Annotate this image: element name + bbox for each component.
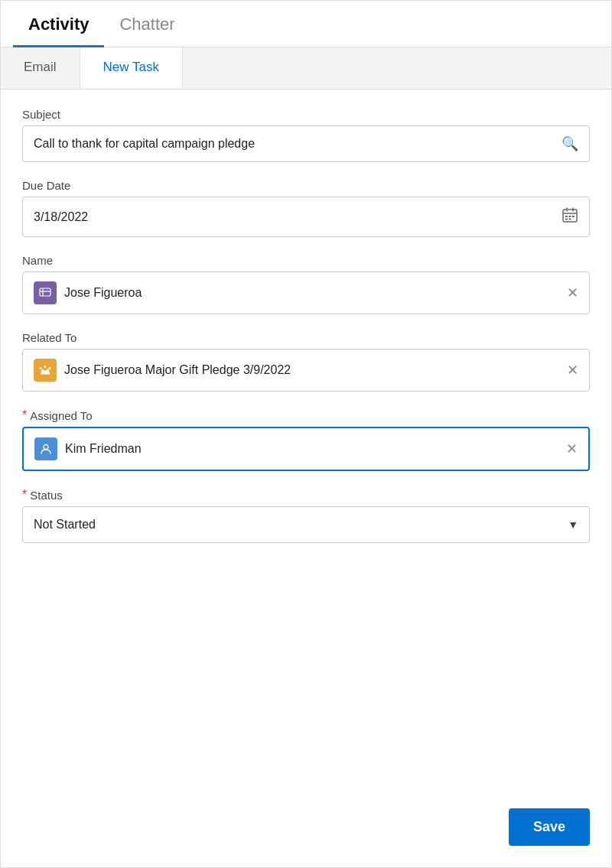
- assigned-to-required-star: *: [22, 408, 27, 422]
- search-icon: 🔍: [562, 135, 578, 152]
- svg-point-14: [44, 366, 47, 368]
- sub-tab-spacer: [183, 47, 611, 89]
- user-icon: [34, 437, 57, 460]
- related-to-value: Jose Figueroa Major Gift Pledge 3/9/2022: [64, 363, 567, 377]
- svg-point-13: [40, 367, 42, 369]
- related-to-tag-field: Jose Figueroa Major Gift Pledge 3/9/2022: [34, 359, 567, 382]
- name-value: Jose Figueroa: [64, 286, 567, 300]
- subject-input-wrapper[interactable]: 🔍: [22, 125, 590, 162]
- tab-email[interactable]: Email: [1, 47, 80, 89]
- name-input-wrapper[interactable]: Jose Figueroa ✕: [22, 271, 590, 314]
- assigned-to-field-group: * Assigned To Kim Friedman ✕: [22, 408, 590, 471]
- svg-rect-9: [40, 288, 50, 296]
- related-to-input-wrapper[interactable]: Jose Figueroa Major Gift Pledge 3/9/2022…: [22, 349, 590, 392]
- status-field-group: * Status Not Started ▼: [22, 488, 590, 543]
- related-to-clear-icon[interactable]: ✕: [567, 362, 578, 379]
- assigned-to-clear-icon[interactable]: ✕: [566, 441, 578, 457]
- form-area: Subject 🔍 Due Date: [1, 89, 611, 796]
- assigned-to-value: Kim Friedman: [65, 442, 566, 456]
- top-tabs: Activity Chatter: [1, 1, 611, 47]
- svg-rect-7: [565, 219, 568, 220]
- status-value: Not Started: [34, 518, 96, 532]
- svg-rect-6: [572, 216, 575, 217]
- status-select[interactable]: Not Started ▼: [22, 506, 590, 543]
- save-button[interactable]: Save: [509, 808, 590, 846]
- assigned-to-tag-field: Kim Friedman: [34, 437, 566, 460]
- due-date-input[interactable]: [34, 210, 562, 224]
- person-icon: [34, 281, 57, 304]
- svg-rect-4: [565, 216, 568, 217]
- name-field-group: Name Jose Figueroa ✕: [22, 254, 590, 314]
- assigned-to-label: * Assigned To: [22, 408, 590, 422]
- due-date-input-wrapper[interactable]: [22, 197, 590, 237]
- form-footer: Save: [1, 796, 611, 867]
- subject-label: Subject: [22, 108, 590, 121]
- name-tag-field: Jose Figueroa: [34, 281, 567, 304]
- due-date-label: Due Date: [22, 179, 590, 192]
- related-to-field-group: Related To Jose Figueroa Major Gift Pled…: [22, 331, 590, 392]
- svg-marker-12: [41, 369, 50, 373]
- calendar-icon[interactable]: [562, 206, 578, 227]
- subject-field-group: Subject 🔍: [22, 108, 590, 162]
- chevron-down-icon: ▼: [568, 519, 578, 531]
- subject-input[interactable]: [34, 137, 562, 151]
- svg-point-15: [49, 367, 51, 369]
- svg-point-17: [44, 445, 48, 450]
- crown-icon: [34, 359, 57, 382]
- tab-activity[interactable]: Activity: [13, 1, 104, 47]
- svg-rect-16: [41, 373, 50, 375]
- name-clear-icon[interactable]: ✕: [567, 284, 578, 301]
- status-label: * Status: [22, 488, 590, 502]
- due-date-field-group: Due Date: [22, 179, 590, 237]
- related-to-label: Related To: [22, 331, 590, 344]
- name-label: Name: [22, 254, 590, 267]
- main-container: Activity Chatter Email New Task Subject …: [0, 0, 612, 868]
- svg-rect-8: [569, 219, 571, 220]
- svg-rect-5: [569, 216, 571, 217]
- tab-chatter[interactable]: Chatter: [104, 1, 190, 47]
- assigned-to-input-wrapper[interactable]: Kim Friedman ✕: [22, 427, 590, 471]
- tab-new-task[interactable]: New Task: [80, 47, 183, 89]
- status-required-star: *: [22, 488, 27, 502]
- sub-tabs: Email New Task: [1, 47, 611, 89]
